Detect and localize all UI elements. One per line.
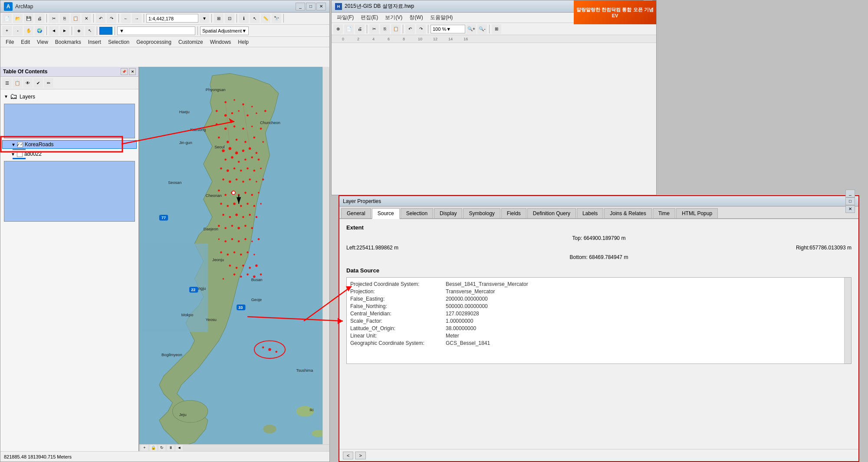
pan-right-button[interactable]: → <box>132 13 141 23</box>
toc-close-button[interactable]: ✕ <box>129 68 136 75</box>
spatial-adj-dropdown[interactable]: Spatial Adjustment▼ <box>200 26 249 35</box>
maximize-button[interactable]: □ <box>306 3 316 10</box>
select-pointer-button[interactable]: ↖ <box>85 26 95 36</box>
lp-minimize-btn[interactable]: _ <box>845 190 855 197</box>
hwp-tb1[interactable]: ⊕ <box>333 24 343 34</box>
layer-selector[interactable]: ▼ <box>117 26 195 35</box>
print-button[interactable]: 🖨 <box>35 13 44 23</box>
menu-windows[interactable]: Windows <box>207 38 235 46</box>
map-refresh-btn[interactable]: ↻ <box>158 445 165 451</box>
layer-ad0022-checkbox[interactable] <box>17 151 23 157</box>
zoom-out-button[interactable]: - <box>13 26 23 36</box>
tab-general[interactable]: General <box>341 208 371 218</box>
map-nav-left-btn[interactable]: ◄ <box>176 445 183 451</box>
ds-scrollbar[interactable] <box>844 278 851 364</box>
new-button[interactable]: 📄 <box>2 13 12 23</box>
undo-button[interactable]: ↶ <box>96 13 105 23</box>
hwp-zoom-selector[interactable]: 100 %▼ <box>431 25 465 33</box>
close-button[interactable]: ✕ <box>316 3 326 10</box>
open-button[interactable]: 📂 <box>13 13 23 23</box>
hwp-print-btn[interactable]: 🖨 <box>355 24 365 34</box>
menu-help[interactable]: Help <box>234 38 252 46</box>
minimize-button[interactable]: _ <box>296 3 305 10</box>
lp-maximize-btn[interactable]: □ <box>845 197 855 205</box>
hwp-tb3[interactable]: ✂ <box>369 24 379 34</box>
zoom-in-button[interactable]: + <box>2 26 12 36</box>
pan-button[interactable]: ✋ <box>24 26 33 36</box>
layer-ad0022[interactable]: ▼ ad0022 <box>2 150 137 158</box>
tab-html-popup[interactable]: HTML Popup <box>676 208 718 218</box>
select-features-button[interactable]: ◈ <box>74 26 84 36</box>
menu-selection[interactable]: Selection <box>105 38 133 46</box>
hwp-menu-file[interactable]: 파일(F) <box>333 13 357 22</box>
layer-korearoads[interactable]: ▼ ✓ KoreaRoads <box>2 140 137 149</box>
toc-panel-controls[interactable]: 📌 ✕ <box>121 68 136 75</box>
pan-left-button[interactable]: ← <box>121 13 131 23</box>
toc-sel-btn[interactable]: ✔ <box>33 78 43 88</box>
lp-close-btn[interactable]: ✕ <box>845 205 855 213</box>
tab-labels[interactable]: Labels <box>577 208 603 218</box>
hwp-undo[interactable]: ↶ <box>405 24 415 34</box>
zoom-extent-button[interactable]: ⊡ <box>225 13 234 23</box>
tab-source[interactable]: Source <box>372 208 400 219</box>
lp-nav-prev-btn[interactable]: < <box>343 452 353 459</box>
tab-selection[interactable]: Selection <box>401 208 433 218</box>
tab-fields[interactable]: Fields <box>501 208 526 218</box>
cut-button[interactable]: ✂ <box>49 13 59 23</box>
save-button[interactable]: 💾 <box>24 13 33 23</box>
tab-definition-query[interactable]: Definition Query <box>527 208 576 218</box>
menu-insert[interactable]: Insert <box>85 38 105 46</box>
map-scrollbar-vertical[interactable] <box>322 67 329 451</box>
layer-korearoads-checkbox[interactable]: ✓ <box>17 142 23 147</box>
scale-dropdown-btn[interactable]: ▼ <box>200 13 209 23</box>
tab-symbology[interactable]: Symbology <box>463 208 500 218</box>
toc-edit-btn[interactable]: ✏ <box>44 78 53 88</box>
menu-customize[interactable]: Customize <box>175 38 207 46</box>
map-lock-btn[interactable]: 🔒 <box>150 445 157 451</box>
arcgis-window-controls[interactable]: _ □ ✕ <box>296 3 326 10</box>
select-button[interactable]: ↖ <box>250 13 260 23</box>
menu-bookmarks[interactable]: Bookmarks <box>52 38 85 46</box>
toc-list-btn[interactable]: ☰ <box>2 78 12 88</box>
hwp-tb5[interactable]: 📋 <box>391 24 401 34</box>
lp-datasource-box[interactable]: Projected Coordinate System: Bessel_1841… <box>346 277 852 364</box>
hwp-menu-edit[interactable]: 편집(E) <box>357 13 381 22</box>
measure-button[interactable]: 📏 <box>261 13 270 23</box>
hwp-zoom-out[interactable]: 🔍- <box>477 24 487 34</box>
copy-button[interactable]: ⎘ <box>60 13 69 23</box>
full-extent-button[interactable]: 🌍 <box>35 26 44 36</box>
toc-vis-btn[interactable]: 👁 <box>23 78 33 88</box>
map-add-layer-btn[interactable]: + <box>141 445 148 451</box>
hwp-menu-window[interactable]: 창(W) <box>406 13 426 22</box>
menu-geoprocessing[interactable]: Geoprocessing <box>133 38 175 46</box>
lp-nav-next-btn[interactable]: > <box>355 452 365 459</box>
hwp-tb6[interactable]: ⊞ <box>492 24 501 34</box>
identify-button[interactable]: ℹ <box>239 13 249 23</box>
zoom-full-button[interactable]: ⊞ <box>214 13 224 23</box>
menu-edit[interactable]: Edit <box>17 38 33 46</box>
menu-view[interactable]: View <box>33 38 52 46</box>
layers-group-header[interactable]: ▼ 🗂 Layers <box>2 91 137 102</box>
toc-pin-button[interactable]: 📌 <box>121 68 128 75</box>
binoculars-button[interactable]: 🔭 <box>272 13 281 23</box>
hwp-redo[interactable]: ↷ <box>416 24 426 34</box>
tab-display[interactable]: Display <box>434 208 462 218</box>
hwp-zoom-in[interactable]: 🔍+ <box>467 24 476 34</box>
scale-input[interactable]: 1:4,442,178 <box>146 14 198 23</box>
paste-button[interactable]: 📋 <box>71 13 80 23</box>
hwp-menu-help[interactable]: 도움말(H) <box>427 13 457 22</box>
hwp-tb4[interactable]: ⎘ <box>380 24 390 34</box>
toc-source-btn[interactable]: 📋 <box>13 78 22 88</box>
delete-button[interactable]: ✕ <box>82 13 91 23</box>
map-pause-btn[interactable]: ⏸ <box>167 445 174 451</box>
tab-joins-relates[interactable]: Joins & Relates <box>604 208 651 218</box>
lp-win-controls[interactable]: _ □ ✕ <box>845 190 855 213</box>
map-scrollbar-horizontal[interactable]: + 🔒 ↻ ⏸ ◄ <box>139 444 329 451</box>
tab-time[interactable]: Time <box>653 208 675 218</box>
back-button[interactable]: ◄ <box>49 26 59 36</box>
hwp-menu-view[interactable]: 보기(V) <box>381 13 406 22</box>
hwp-tb2[interactable]: 📄 <box>344 24 354 34</box>
map-viewport[interactable]: Phyongsan Haeju Kaesong Seoul Jin-gun Ch… <box>139 67 329 451</box>
redo-button[interactable]: ↷ <box>107 13 116 23</box>
forward-button[interactable]: ► <box>60 26 69 36</box>
